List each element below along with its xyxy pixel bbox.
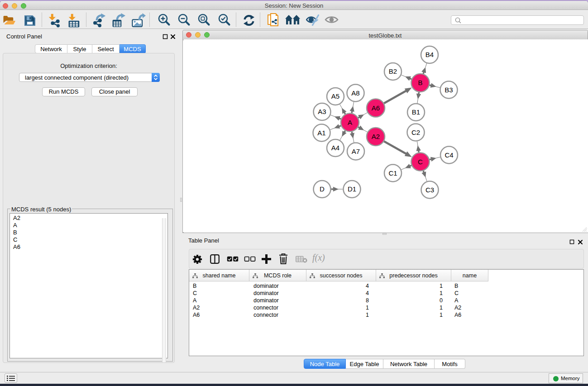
svg-text:A6: A6 (371, 104, 379, 111)
svg-text:A4: A4 (331, 144, 339, 152)
svg-text:B4: B4 (425, 51, 433, 58)
svg-text:B1: B1 (411, 108, 420, 116)
svg-text:A1: A1 (317, 129, 325, 136)
svg-text:C4: C4 (445, 151, 453, 158)
svg-text:C2: C2 (411, 128, 420, 136)
svg-text:C3: C3 (425, 186, 434, 193)
svg-text:B: B (418, 79, 422, 86)
svg-text:A2: A2 (371, 133, 379, 140)
svg-text:D: D (320, 185, 325, 193)
svg-text:A3: A3 (318, 108, 326, 115)
svg-text:B2: B2 (388, 67, 397, 75)
svg-text:A: A (347, 118, 352, 126)
svg-text:B3: B3 (445, 86, 453, 93)
svg-text:A7: A7 (351, 147, 359, 155)
svg-text:A8: A8 (351, 89, 359, 96)
svg-text:D1: D1 (347, 185, 356, 193)
svg-text:C: C (418, 157, 423, 165)
svg-text:A5: A5 (331, 92, 339, 100)
svg-text:C1: C1 (388, 169, 397, 176)
